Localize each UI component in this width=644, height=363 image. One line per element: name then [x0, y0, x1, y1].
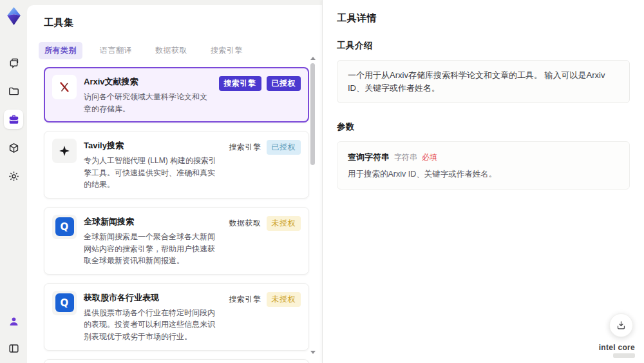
tool-detail-panel: 工具详情 工具介绍 一个用于从Arxiv存储库搜索科学论文和文章的工具。 输入可… [322, 0, 644, 363]
app-window: 工具集 所有类别语言翻译数据获取搜索引擎 Arxiv文献搜索 访问各个研究领域大… [0, 0, 644, 363]
category-badge: 搜索引擎 [229, 140, 261, 155]
tool-card-body: Arxiv文献搜索 访问各个研究领域大量科学论文和文章的存储库。 [84, 75, 212, 115]
tavily-star-icon [58, 144, 71, 157]
tool-name: Arxiv文献搜索 [84, 76, 212, 88]
tool-icon [52, 139, 77, 163]
category-badge: 搜索引擎 [219, 76, 261, 91]
tool-description: 提供股票市场各个行业在特定时间段内的表现。投资者可以利用这些信息来识别表现优于或… [84, 307, 222, 343]
parameter-card: 查询字符串字符串必填 用于搜索的Arxiv ID、关键字或作者姓名。 [337, 141, 630, 190]
gear-icon [8, 170, 20, 182]
tool-badges: 搜索引擎 已授权 [229, 140, 301, 191]
tool-name: Tavily搜索 [84, 140, 222, 152]
news-app-icon: Q [55, 217, 74, 236]
category-tabs: 所有类别语言翻译数据获取搜索引擎 [39, 42, 322, 59]
tool-description: 专为人工智能代理 (LLM) 构建的搜索引擎工具。可快速提供实时、准确和真实的结… [84, 155, 222, 191]
parameter-type: 字符串 [394, 153, 417, 162]
tool-card-body: Tavily搜索 专为人工智能代理 (LLM) 构建的搜索引擎工具。可快速提供实… [84, 139, 222, 191]
tool-icon [52, 75, 77, 99]
sidebar-item-files[interactable] [4, 81, 23, 101]
brand-text: intel core [599, 343, 635, 352]
news-app-icon: Q [55, 293, 74, 312]
tool-icon: Q [52, 215, 77, 239]
toolbox-icon [8, 113, 20, 126]
sidebar-item-packages[interactable] [4, 138, 23, 157]
category-tab-3[interactable]: 搜索引擎 [205, 42, 249, 59]
parameter-name: 查询字符串 [348, 152, 390, 162]
category-badge: 搜索引擎 [229, 292, 261, 307]
folder-icon [8, 85, 20, 97]
tool-intro-text: 一个用于从Arxiv存储库搜索科学论文和文章的工具。 输入可以是Arxiv ID… [337, 60, 630, 103]
arxiv-logo-icon [57, 80, 71, 94]
parameter-header: 查询字符串字符串必填 [348, 151, 619, 163]
auth-status-badge: 已授权 [267, 76, 301, 91]
params-heading: 参数 [337, 121, 630, 133]
user-avatar-button[interactable] [4, 311, 23, 331]
tool-card[interactable]: Q 获取股市各行业表现 提供股票市场各个行业在特定时间段内的表现。投资者可以利用… [44, 283, 309, 351]
category-tab-0[interactable]: 所有类别 [39, 42, 82, 59]
tool-description: 访问各个研究领域大量科学论文和文章的存储库。 [84, 91, 212, 115]
scrollbar-thumb[interactable] [310, 63, 315, 165]
intro-heading: 工具介绍 [337, 40, 630, 52]
sidebar-nav [4, 53, 23, 186]
tool-badges: 搜索引擎 已授权 [219, 76, 301, 115]
auth-status-badge: 未授权 [267, 292, 301, 307]
package-icon [8, 142, 20, 154]
sidebar [0, 0, 27, 363]
tool-card[interactable]: Arxiv文献搜索 访问各个研究领域大量科学论文和文章的存储库。 搜索引擎 已授… [44, 67, 309, 123]
download-button[interactable] [609, 313, 633, 337]
tool-card[interactable]: Q 获取市场最活跃股票信息 提供当天交易量最高的股票列表。投资者可以利用这些信息… [44, 359, 309, 363]
tool-card[interactable]: Q 全球新闻搜索 全球新闻搜索是一个聚合全球各大新闻网站内容的搜索引擎，帮助用户… [44, 207, 309, 275]
tool-card-body: 全球新闻搜索 全球新闻搜索是一个聚合全球各大新闻网站内容的搜索引擎，帮助用户快速… [84, 215, 222, 267]
page-title: 工具集 [44, 17, 322, 29]
category-tab-2[interactable]: 数据获取 [149, 42, 193, 59]
auth-status-badge: 已授权 [267, 140, 301, 155]
collapse-panel-button[interactable] [4, 338, 23, 358]
sidebar-item-chat[interactable] [4, 53, 23, 72]
tool-card-body: 获取股市各行业表现 提供股票市场各个行业在特定时间段内的表现。投资者可以利用这些… [84, 291, 222, 343]
detail-title: 工具详情 [337, 12, 630, 25]
brand-subtext-bar [613, 353, 635, 358]
app-logo-icon [5, 6, 23, 26]
tool-badges: 数据获取 未授权 [229, 216, 301, 267]
tool-badges: 搜索引擎 未授权 [229, 292, 301, 343]
sidebar-item-tools[interactable] [4, 110, 23, 129]
list-scrollbar[interactable] [310, 57, 316, 354]
auth-status-badge: 未授权 [267, 216, 301, 231]
tool-name: 全球新闻搜索 [84, 216, 222, 228]
user-icon [8, 315, 20, 328]
download-icon [616, 320, 627, 331]
tool-description: 全球新闻搜索是一个聚合全球各大新闻网站内容的搜索引擎，帮助用户快速获取全球最新资… [84, 231, 222, 267]
sidebar-item-settings[interactable] [4, 166, 23, 186]
sidebar-bottom [4, 311, 23, 358]
tool-name: 获取股市各行业表现 [84, 292, 222, 304]
tools-panel: 工具集 所有类别语言翻译数据获取搜索引擎 Arxiv文献搜索 访问各个研究领域大… [27, 5, 322, 363]
category-badge: 数据获取 [229, 216, 261, 231]
category-tab-1[interactable]: 语言翻译 [94, 42, 138, 59]
tool-icon: Q [52, 291, 77, 315]
scroll-down-arrow-icon[interactable] [310, 351, 316, 354]
parameter-required-badge: 必填 [422, 153, 437, 162]
tool-card[interactable]: Tavily搜索 专为人工智能代理 (LLM) 构建的搜索引擎工具。可快速提供实… [44, 131, 309, 199]
tool-list: Arxiv文献搜索 访问各个研究领域大量科学论文和文章的存储库。 搜索引擎 已授… [44, 67, 309, 363]
panel-layout-icon [8, 342, 20, 355]
chat-icon [8, 57, 20, 69]
brand-badge: intel core [599, 343, 635, 358]
parameter-description: 用于搜索的Arxiv ID、关键字或作者姓名。 [348, 169, 619, 180]
scroll-up-arrow-icon[interactable] [310, 57, 316, 60]
